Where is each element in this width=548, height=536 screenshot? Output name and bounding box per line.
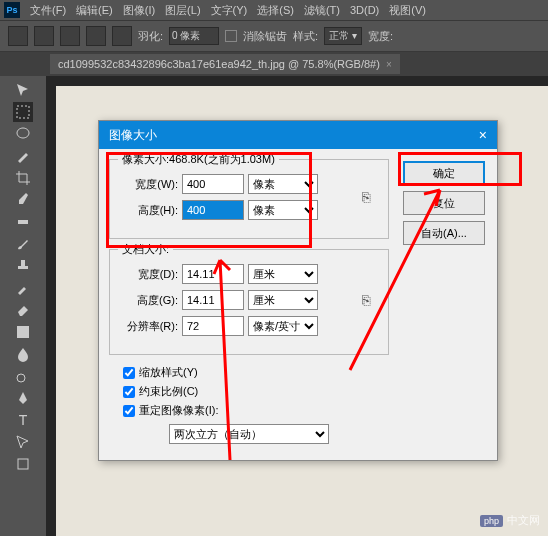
doc-height-unit[interactable]: 厘米 bbox=[248, 290, 318, 310]
eraser-tool-icon[interactable] bbox=[13, 300, 33, 320]
watermark-text: 中文网 bbox=[507, 513, 540, 528]
svg-rect-4 bbox=[18, 459, 28, 469]
feather-input[interactable] bbox=[169, 27, 219, 45]
selection-mode-subtract[interactable] bbox=[86, 26, 106, 46]
px-width-input[interactable] bbox=[182, 174, 244, 194]
px-height-unit[interactable]: 像素 bbox=[248, 200, 318, 220]
selection-mode-add[interactable] bbox=[60, 26, 80, 46]
constrain-label: 约束比例(C) bbox=[139, 384, 198, 399]
menu-select[interactable]: 选择(S) bbox=[253, 1, 298, 20]
resample-method-select[interactable]: 两次立方（自动） bbox=[169, 424, 329, 444]
menu-3d[interactable]: 3D(D) bbox=[346, 2, 383, 18]
link-icon[interactable]: ⎘ bbox=[354, 168, 378, 226]
path-tool-icon[interactable] bbox=[13, 432, 33, 452]
resolution-unit[interactable]: 像素/英寸 bbox=[248, 316, 318, 336]
php-badge: php bbox=[480, 515, 503, 527]
resample-label: 重定图像像素(I): bbox=[139, 403, 218, 418]
menu-type[interactable]: 文字(Y) bbox=[207, 1, 252, 20]
selection-mode-intersect[interactable] bbox=[112, 26, 132, 46]
menu-image[interactable]: 图像(I) bbox=[119, 1, 159, 20]
eyedropper-tool-icon[interactable] bbox=[13, 190, 33, 210]
pixel-dimensions-group: 像素大小:468.8K(之前为1.03M) 宽度(W): 像素 高度(H): 像… bbox=[109, 159, 389, 239]
document-tab[interactable]: cd1099532c83432896c3ba17e61ea942_th.jpg … bbox=[50, 54, 400, 74]
marquee-tool-icon[interactable] bbox=[13, 102, 33, 122]
resample-checkbox[interactable] bbox=[123, 405, 135, 417]
doc-height-label: 高度(G): bbox=[120, 293, 178, 308]
document-tab-bar: cd1099532c83432896c3ba17e61ea942_th.jpg … bbox=[0, 52, 548, 76]
dialog-title: 图像大小 bbox=[109, 127, 157, 144]
crop-tool-icon[interactable] bbox=[13, 168, 33, 188]
close-icon[interactable]: × bbox=[386, 59, 392, 70]
wand-tool-icon[interactable] bbox=[13, 146, 33, 166]
selection-mode-new[interactable] bbox=[34, 26, 54, 46]
image-size-dialog: 图像大小 × 像素大小:468.8K(之前为1.03M) 宽度(W): 像素 高… bbox=[98, 120, 498, 461]
document-size-group: 文档大小: 宽度(D): 厘米 高度(G): 厘米 分辨率(R): bbox=[109, 249, 389, 355]
pixel-size-label: 像素大小:468.8K(之前为1.03M) bbox=[118, 152, 279, 167]
type-tool-icon[interactable]: T bbox=[13, 410, 33, 430]
gradient-tool-icon[interactable] bbox=[13, 322, 33, 342]
tab-title: cd1099532c83432896c3ba17e61ea942_th.jpg … bbox=[58, 58, 380, 70]
style-label: 样式: bbox=[293, 29, 318, 44]
px-height-input[interactable] bbox=[182, 200, 244, 220]
svg-point-3 bbox=[17, 374, 25, 382]
auto-button[interactable]: 自动(A)... bbox=[403, 221, 485, 245]
move-tool-icon[interactable] bbox=[13, 80, 33, 100]
brush-tool-icon[interactable] bbox=[13, 234, 33, 254]
px-height-label: 高度(H): bbox=[120, 203, 178, 218]
px-width-label: 宽度(W): bbox=[120, 177, 178, 192]
dodge-tool-icon[interactable] bbox=[13, 366, 33, 386]
menu-edit[interactable]: 编辑(E) bbox=[72, 1, 117, 20]
width-label: 宽度: bbox=[368, 29, 393, 44]
menu-file[interactable]: 文件(F) bbox=[26, 1, 70, 20]
healing-tool-icon[interactable] bbox=[13, 212, 33, 232]
svg-rect-0 bbox=[17, 106, 29, 118]
doc-height-input[interactable] bbox=[182, 290, 244, 310]
doc-width-input[interactable] bbox=[182, 264, 244, 284]
style-dropdown[interactable]: 正常 ▾ bbox=[324, 27, 362, 45]
ok-button[interactable]: 确定 bbox=[403, 161, 485, 185]
doc-width-unit[interactable]: 厘米 bbox=[248, 264, 318, 284]
px-width-unit[interactable]: 像素 bbox=[248, 174, 318, 194]
link-icon-2[interactable]: ⎘ bbox=[354, 258, 378, 342]
dialog-title-bar[interactable]: 图像大小 × bbox=[99, 121, 497, 149]
shape-tool-icon[interactable] bbox=[13, 454, 33, 474]
stamp-tool-icon[interactable] bbox=[13, 256, 33, 276]
menu-view[interactable]: 视图(V) bbox=[385, 1, 430, 20]
scale-styles-label: 缩放样式(Y) bbox=[139, 365, 198, 380]
reset-button[interactable]: 复位 bbox=[403, 191, 485, 215]
antialias-checkbox[interactable] bbox=[225, 30, 237, 42]
dialog-close-icon[interactable]: × bbox=[479, 127, 487, 143]
menu-filter[interactable]: 滤镜(T) bbox=[300, 1, 344, 20]
antialias-label: 消除锯齿 bbox=[243, 29, 287, 44]
ps-logo: Ps bbox=[4, 2, 20, 18]
menu-layer[interactable]: 图层(L) bbox=[161, 1, 204, 20]
doc-size-label: 文档大小: bbox=[118, 242, 173, 257]
history-brush-icon[interactable] bbox=[13, 278, 33, 298]
options-bar: 羽化: 消除锯齿 样式: 正常 ▾ 宽度: bbox=[0, 20, 548, 52]
watermark: php 中文网 bbox=[480, 513, 540, 528]
doc-width-label: 宽度(D): bbox=[120, 267, 178, 282]
tool-panel: T bbox=[0, 76, 46, 536]
scale-styles-checkbox[interactable] bbox=[123, 367, 135, 379]
menu-bar: Ps 文件(F) 编辑(E) 图像(I) 图层(L) 文字(Y) 选择(S) 滤… bbox=[0, 0, 548, 20]
current-tool-icon[interactable] bbox=[8, 26, 28, 46]
svg-rect-1 bbox=[18, 220, 28, 224]
svg-rect-2 bbox=[17, 326, 29, 338]
resolution-input[interactable] bbox=[182, 316, 244, 336]
pen-tool-icon[interactable] bbox=[13, 388, 33, 408]
constrain-checkbox[interactable] bbox=[123, 386, 135, 398]
feather-label: 羽化: bbox=[138, 29, 163, 44]
resolution-label: 分辨率(R): bbox=[120, 319, 178, 334]
lasso-tool-icon[interactable] bbox=[13, 124, 33, 144]
blur-tool-icon[interactable] bbox=[13, 344, 33, 364]
